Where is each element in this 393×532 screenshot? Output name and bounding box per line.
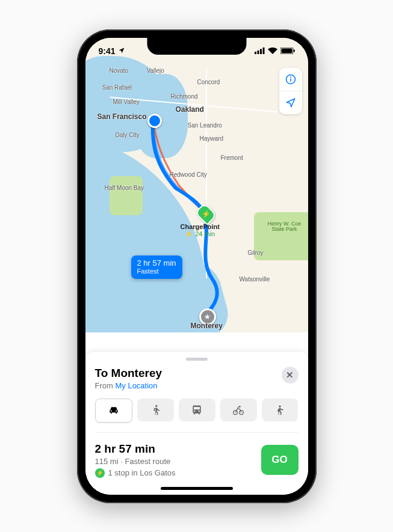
route-summary-row[interactable]: 2 hr 57 min 115 mi · Fastest route ⚡ 1 s… (95, 432, 299, 478)
status-time: 9:41 (99, 46, 116, 56)
location-arrow-icon (118, 46, 125, 56)
city-monterey: Monterey (191, 322, 223, 330)
destination-title: To Monterey (95, 367, 162, 380)
map-view[interactable]: Henry W. Coe State Park ⚡ ChargePoint ⚡ … (85, 38, 308, 332)
mode-drive[interactable] (95, 399, 133, 423)
charging-stop-label[interactable]: ChargePoint ⚡ 24 min (181, 223, 220, 238)
mode-cycle[interactable] (220, 399, 257, 421)
directions-sheet[interactable]: To Monterey From My Location ✕ (85, 352, 308, 495)
city-watsonville: Watsonville (240, 276, 270, 283)
home-indicator[interactable] (161, 487, 233, 490)
svg-point-10 (155, 405, 157, 406)
svg-rect-1 (257, 50, 259, 54)
bicycle-icon (232, 404, 244, 416)
wifi-icon (268, 46, 277, 56)
svg-point-9 (290, 76, 291, 78)
mode-ride[interactable] (262, 399, 299, 421)
city-fremont: Fremont (221, 154, 243, 161)
sheet-grabber[interactable] (186, 358, 208, 361)
go-button[interactable]: GO (261, 445, 299, 475)
transport-mode-row (95, 399, 299, 423)
walk-icon (150, 404, 162, 416)
battery-icon (280, 46, 295, 56)
mode-transit[interactable] (179, 399, 215, 421)
route-stop-text: 1 stop in Los Gatos (108, 468, 176, 477)
route-callout[interactable]: 2 hr 57 min Fastest (131, 255, 182, 280)
bolt-icon: ⚡ (95, 468, 105, 478)
park-label: Henry W. Coe State Park (261, 221, 308, 233)
route-qualifier: Fastest route (125, 457, 170, 466)
map-info-button[interactable] (279, 68, 302, 91)
callout-duration: 2 hr 57 min (137, 259, 176, 268)
from-location-link[interactable]: My Location (115, 381, 157, 390)
svg-rect-5 (281, 48, 292, 53)
svg-rect-3 (262, 47, 264, 54)
city-half-moon-bay: Half Moon Bay (105, 185, 144, 191)
svg-rect-2 (260, 49, 262, 54)
route-duration: 2 hr 57 min (95, 442, 176, 456)
city-redwood-city: Redwood City (170, 171, 207, 178)
city-novato: Novato (110, 67, 129, 74)
city-concord: Concord (197, 79, 220, 85)
callout-badge: Fastest (137, 268, 176, 275)
phone-frame: 9:41 (77, 29, 317, 503)
city-daly-city: Daly City (116, 132, 140, 138)
charge-stop-name: ChargePoint (181, 223, 220, 230)
locate-me-button[interactable] (279, 91, 302, 114)
city-hayward: Hayward (200, 135, 223, 142)
svg-point-14 (279, 405, 280, 407)
city-oakland: Oakland (176, 105, 204, 114)
close-button[interactable]: ✕ (282, 367, 299, 384)
rideshare-icon (274, 404, 286, 416)
svg-rect-6 (294, 49, 295, 52)
svg-rect-0 (255, 52, 256, 54)
charge-stop-time: 24 min (195, 230, 215, 237)
bolt-icon: ⚡ (185, 230, 193, 237)
city-richmond: Richmond (171, 93, 198, 100)
from-label: From (95, 381, 113, 390)
charging-stop-pin[interactable]: ⚡ (194, 202, 217, 225)
notch (147, 38, 246, 55)
mode-walk[interactable] (137, 399, 174, 421)
close-icon: ✕ (286, 370, 294, 381)
cellular-icon (255, 46, 265, 56)
city-mill-valley: Mill Valley (113, 99, 140, 105)
origin-marker[interactable] (147, 114, 162, 128)
map-controls (279, 68, 302, 114)
city-gilroy: Gilroy (248, 249, 264, 256)
screen: 9:41 (85, 38, 308, 495)
city-san-leandro: San Leandro (188, 122, 222, 129)
city-san-francisco: San Francisco (97, 112, 147, 121)
car-icon (108, 405, 120, 417)
route-distance: 115 mi (95, 457, 119, 466)
transit-icon (191, 404, 203, 416)
svg-point-13 (240, 405, 241, 407)
city-san-rafael: San Rafael (102, 84, 132, 91)
svg-rect-8 (290, 78, 291, 81)
city-vallejo: Vallejo (147, 67, 164, 74)
